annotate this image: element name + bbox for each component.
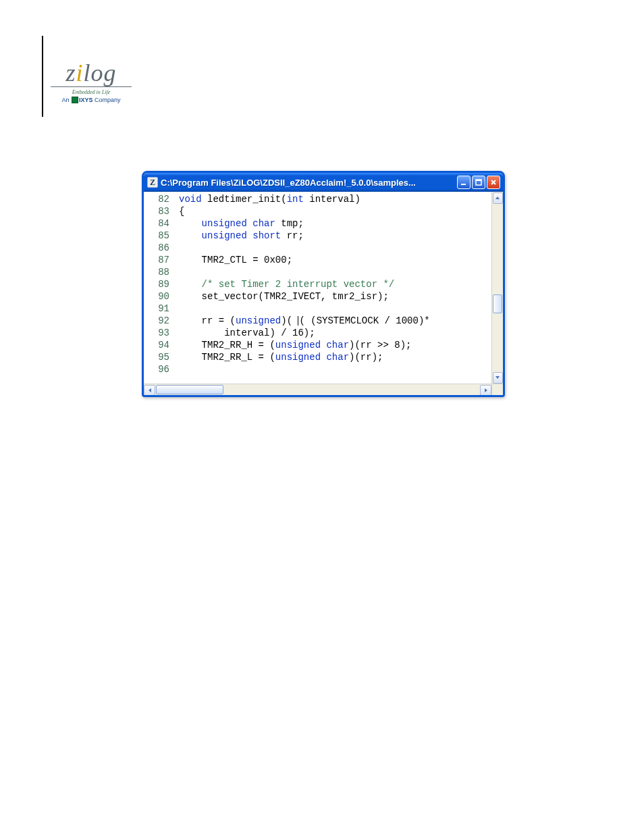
resize-grip[interactable] — [491, 384, 503, 395]
logo-wordmark: zilog — [47, 61, 135, 85]
zilog-logo: zilog Embedded in Life An IXYS Company — [47, 61, 135, 104]
line-number: 84 — [145, 217, 179, 230]
line-source[interactable]: TMR2_CTL = 0x00; — [179, 254, 292, 266]
line-number: 93 — [145, 327, 179, 339]
code-line[interactable]: 95 TMR2_RR_L = (unsigned char)(rr); — [145, 351, 503, 363]
code-line[interactable]: 83{ — [145, 205, 503, 217]
line-number: 87 — [145, 254, 179, 266]
line-number: 91 — [145, 303, 179, 315]
code-editor-viewport[interactable]: 82void ledtimer_init(int interval)83{84 … — [144, 192, 503, 384]
line-source[interactable]: { — [179, 205, 184, 217]
code-line[interactable]: 91 — [145, 303, 503, 315]
logo-tagline-1: Embedded in Life — [47, 89, 135, 95]
scroll-up-button[interactable] — [493, 192, 503, 204]
line-number: 90 — [145, 290, 179, 303]
line-number: 83 — [145, 205, 179, 217]
line-source[interactable]: TMR2_RR_H = (unsigned char)(rr >> 8); — [179, 339, 411, 351]
scroll-down-button[interactable] — [493, 372, 503, 384]
line-source[interactable]: rr = (unsigned)( ( (SYSTEMCLOCK / 1000)* — [179, 315, 430, 327]
line-number: 94 — [145, 339, 179, 351]
window-titlebar[interactable]: Z C:\Program Files\ZiLOG\ZDSII_eZ80Accla… — [144, 173, 503, 192]
line-source[interactable]: unsigned short rr; — [179, 230, 304, 242]
svg-rect-2 — [476, 180, 481, 181]
minimize-button[interactable] — [457, 176, 471, 189]
code-line[interactable]: 93 interval) / 16); — [145, 327, 503, 339]
code-lines[interactable]: 82void ledtimer_init(int interval)83{84 … — [144, 192, 503, 377]
chevron-right-icon — [483, 388, 489, 393]
close-button[interactable] — [487, 176, 500, 189]
line-number: 92 — [145, 315, 179, 327]
horizontal-scroll-thumb[interactable] — [156, 385, 223, 394]
code-line[interactable]: 88 — [145, 266, 503, 278]
code-line[interactable]: 94 TMR2_RR_H = (unsigned char)(rr >> 8); — [145, 339, 503, 351]
scroll-left-button[interactable] — [144, 385, 155, 396]
code-line[interactable]: 85 unsigned short rr; — [145, 230, 503, 242]
line-number: 96 — [145, 363, 179, 375]
left-margin-line — [42, 36, 43, 117]
code-line[interactable]: 87 TMR2_CTL = 0x00; — [145, 254, 503, 266]
line-source[interactable]: interval) / 16); — [179, 327, 315, 339]
code-editor-window: Z C:\Program Files\ZiLOG\ZDSII_eZ80Accla… — [142, 171, 505, 397]
line-number: 88 — [145, 266, 179, 278]
line-number: 86 — [145, 242, 179, 254]
maximize-button[interactable] — [472, 176, 485, 189]
code-line[interactable]: 90 set_vector(TMR2_IVECT, tmr2_isr); — [145, 290, 503, 303]
horizontal-scrollbar[interactable] — [144, 384, 491, 395]
logo-tagline-2: An IXYS Company — [47, 97, 135, 104]
line-number: 85 — [145, 230, 179, 242]
scroll-right-button[interactable] — [480, 385, 491, 396]
svg-rect-0 — [461, 184, 466, 185]
minimize-icon — [460, 179, 467, 186]
line-source[interactable]: TMR2_RR_L = (unsigned char)(rr); — [179, 351, 383, 363]
vertical-scrollbar[interactable] — [491, 192, 503, 384]
code-line[interactable]: 89 /* set Timer 2 interrupt vector */ — [145, 278, 503, 290]
ixys-square-icon — [72, 97, 78, 103]
code-line[interactable]: 96 — [145, 363, 503, 375]
window-title: C:\Program Files\ZiLOG\ZDSII_eZ80Acclaim… — [161, 178, 456, 188]
line-number: 82 — [145, 193, 179, 205]
chevron-down-icon — [495, 375, 500, 380]
code-line[interactable]: 92 rr = (unsigned)( ( (SYSTEMCLOCK / 100… — [145, 315, 503, 327]
code-line[interactable]: 82void ledtimer_init(int interval) — [145, 193, 503, 205]
line-source[interactable]: set_vector(TMR2_IVECT, tmr2_isr); — [179, 290, 389, 303]
close-icon — [490, 179, 497, 186]
chevron-left-icon — [147, 388, 153, 393]
logo-divider — [51, 86, 132, 87]
line-source[interactable]: void ledtimer_init(int interval) — [179, 193, 360, 205]
vertical-scroll-thumb[interactable] — [493, 294, 502, 313]
line-number: 89 — [145, 278, 179, 290]
line-number: 95 — [145, 351, 179, 363]
app-icon: Z — [147, 177, 158, 188]
maximize-icon — [475, 179, 482, 186]
text-caret — [298, 316, 298, 325]
code-line[interactable]: 84 unsigned char tmp; — [145, 217, 503, 230]
chevron-up-icon — [495, 195, 500, 201]
line-source[interactable]: /* set Timer 2 interrupt vector */ — [179, 278, 394, 290]
line-source[interactable]: unsigned char tmp; — [179, 217, 304, 230]
code-line[interactable]: 86 — [145, 242, 503, 254]
